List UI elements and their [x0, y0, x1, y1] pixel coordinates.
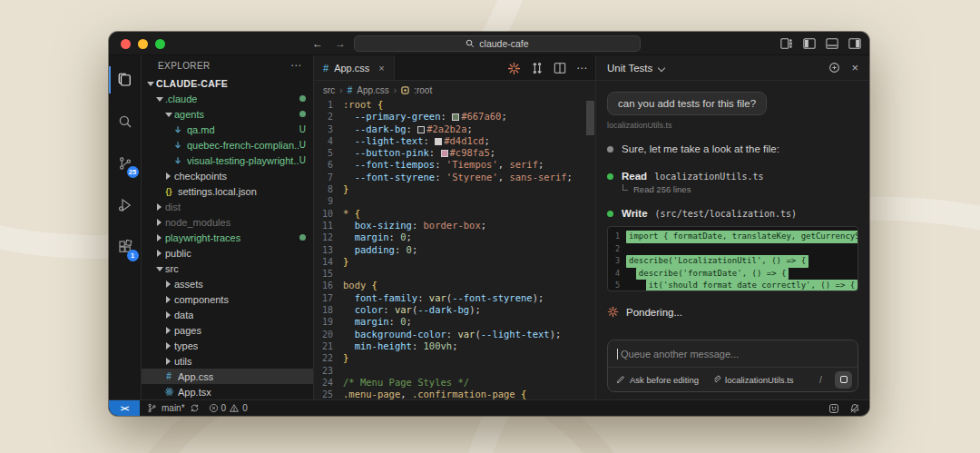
- chevron-down-icon[interactable]: [659, 64, 666, 72]
- breadcrumb-file[interactable]: App.css: [357, 85, 389, 95]
- tree-item-pages[interactable]: pages: [142, 322, 313, 338]
- tree-item--claude[interactable]: .claude: [142, 91, 313, 106]
- read-detail: Read 256 lines: [633, 184, 691, 194]
- notifications-muted-bell-icon[interactable]: [849, 403, 860, 414]
- source-control-icon[interactable]: 25: [109, 143, 142, 184]
- maximize-window-button[interactable]: [155, 39, 165, 49]
- diff-line: 1import { formatDate, translateKey, getC…: [608, 231, 858, 243]
- breadcrumb-symbol[interactable]: :root: [414, 85, 432, 95]
- problems-item[interactable]: 0 0: [209, 403, 248, 413]
- error-count: 0: [221, 403, 227, 413]
- diff-line: 2: [608, 243, 858, 256]
- claude-starburst-icon[interactable]: [507, 62, 521, 75]
- color-swatch: [417, 126, 425, 133]
- tab-close-icon[interactable]: ×: [378, 63, 384, 74]
- code-line: 2 --primary-green: #667a60;: [314, 111, 595, 123]
- tree-item-playwright-traces[interactable]: playwright-traces: [142, 230, 313, 245]
- edit-mode-selector[interactable]: Ask before editing: [630, 375, 699, 385]
- forward-button[interactable]: →: [335, 37, 346, 50]
- chevron-down-icon: [145, 79, 154, 88]
- chevron-right-icon: [163, 172, 172, 181]
- chat-panel-title[interactable]: Unit Tests: [607, 63, 652, 74]
- code-line: 13 padding: 0;: [314, 244, 595, 256]
- search-sidebar-icon[interactable]: [109, 101, 142, 143]
- file-tree: CLAUDE-CAFE.claudeagentsqa.mdUquebec-fre…: [142, 75, 313, 399]
- editor-scrollbar[interactable]: [586, 101, 594, 135]
- tree-item-assets[interactable]: assets: [142, 276, 313, 291]
- agent-file-icon: [172, 141, 183, 150]
- text-cursor: [617, 349, 618, 359]
- diff-code-block[interactable]: 1import { formatDate, translateKey, getC…: [607, 226, 858, 291]
- explorer-more-actions-icon[interactable]: ⋯: [290, 59, 302, 72]
- code-line: 15: [314, 268, 595, 280]
- tree-item-components[interactable]: components: [142, 291, 313, 307]
- code-editor[interactable]: 1:root {2 --primary-green: #667a60;3 --d…: [314, 99, 595, 399]
- tree-item-claude-cafe[interactable]: CLAUDE-CAFE: [142, 75, 313, 91]
- compare-changes-icon[interactable]: [531, 62, 544, 74]
- back-button[interactable]: ←: [312, 37, 323, 50]
- read-tool-file[interactable]: localizationUtils.ts: [654, 172, 763, 182]
- write-tool-label: Write: [622, 208, 648, 219]
- tree-item-quebec-french-complian-[interactable]: quebec-french-complian...U: [142, 137, 313, 153]
- toggle-secondary-sidebar-icon[interactable]: [848, 37, 861, 50]
- tree-item-src[interactable]: src: [142, 261, 313, 276]
- tree-item-qa-md[interactable]: qa.mdU: [142, 122, 313, 137]
- editor-more-actions-icon[interactable]: ⋯: [576, 62, 588, 74]
- slash-command-hint[interactable]: /: [819, 374, 822, 385]
- assistant-text: Sure, let me take a look at the file:: [622, 143, 779, 154]
- explorer-icon[interactable]: [109, 59, 142, 101]
- code-line: 21 min-height: 100vh;: [314, 340, 595, 352]
- tree-item-settings-local-json[interactable]: {}settings.local.json: [142, 183, 313, 199]
- tree-item-app-css[interactable]: #App.css: [142, 369, 313, 384]
- claude-chat-panel: Unit Tests × can you add tests for this …: [595, 55, 869, 399]
- close-panel-icon[interactable]: ×: [851, 61, 858, 74]
- chevron-down-icon: [154, 264, 163, 273]
- chat-input[interactable]: Queue another message...: [608, 340, 858, 368]
- search-icon: [466, 39, 475, 48]
- minimize-window-button[interactable]: [138, 39, 148, 49]
- split-editor-icon[interactable]: [554, 62, 566, 74]
- write-tool-file[interactable]: (src/test/localization.ts): [655, 209, 798, 219]
- code-line: 23: [314, 365, 595, 377]
- tree-item-dist[interactable]: dist: [142, 199, 313, 214]
- tree-item-node-modules[interactable]: node_modules: [142, 214, 313, 230]
- explorer-sidebar: EXPLORER ⋯ CLAUDE-CAFE.claudeagentsqa.md…: [142, 55, 314, 399]
- tree-item-public[interactable]: public: [142, 245, 313, 261]
- git-modified-dot: [299, 95, 306, 102]
- tab-app-css[interactable]: # App.css ×: [314, 55, 395, 80]
- tree-item-checkpoints[interactable]: checkpoints: [142, 168, 313, 183]
- agent-file-icon: [172, 156, 183, 165]
- claude-spinner-icon: [607, 306, 619, 318]
- extensions-icon[interactable]: 1: [109, 226, 142, 268]
- tree-item-visual-testing-playwright-[interactable]: visual-testing-playwright...U: [142, 153, 313, 168]
- breadcrumb-src[interactable]: src: [323, 85, 335, 95]
- breadcrumb[interactable]: src › # App.css › :root: [314, 81, 595, 99]
- code-line: 16body {: [314, 280, 595, 291]
- chevron-right-icon: [163, 295, 172, 304]
- sync-icon[interactable]: [190, 403, 200, 413]
- tree-item-app-tsx[interactable]: App.tsx: [142, 384, 313, 399]
- customize-layout-icon[interactable]: [780, 37, 793, 50]
- attached-file-chip[interactable]: localizationUtils.ts: [712, 375, 794, 385]
- remote-indicator[interactable]: ><: [109, 400, 140, 416]
- run-debug-icon[interactable]: [109, 184, 142, 226]
- tree-item-agents[interactable]: agents: [142, 106, 313, 122]
- stop-button[interactable]: [835, 371, 852, 389]
- code-line: 17 font-family: var(--font-styrene);: [314, 292, 595, 304]
- toggle-primary-sidebar-icon[interactable]: [803, 37, 816, 50]
- git-modified-dot: [299, 234, 306, 241]
- new-chat-icon[interactable]: [828, 62, 840, 74]
- pen-icon: [616, 375, 625, 384]
- tree-item-utils[interactable]: utils: [142, 353, 313, 369]
- feedback-icon[interactable]: [828, 403, 839, 414]
- code-line: 19 margin: 0;: [314, 316, 595, 328]
- command-center-search[interactable]: claude-cafe: [354, 35, 641, 52]
- toggle-panel-icon[interactable]: [826, 37, 838, 50]
- warning-icon: [229, 403, 240, 413]
- window-controls: [121, 39, 165, 49]
- tree-item-data[interactable]: data: [142, 307, 313, 322]
- close-window-button[interactable]: [121, 39, 131, 49]
- chevron-right-icon: [154, 249, 163, 258]
- git-branch-item[interactable]: main*: [147, 403, 200, 413]
- tree-item-types[interactable]: types: [142, 338, 313, 353]
